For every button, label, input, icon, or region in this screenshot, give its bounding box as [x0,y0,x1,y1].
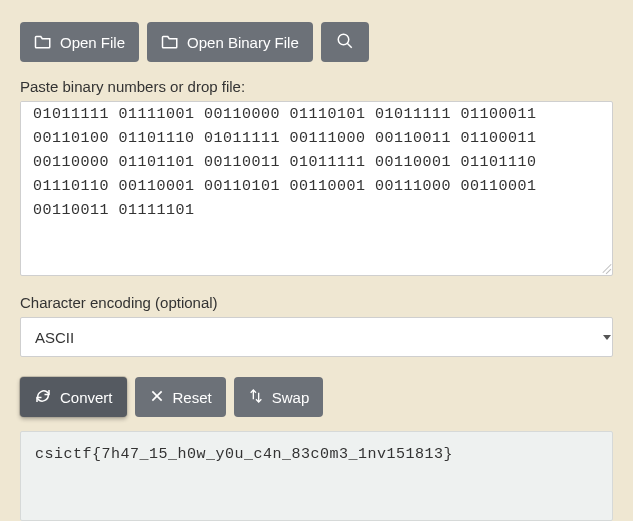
open-binary-file-button[interactable]: Open Binary File [147,22,313,62]
convert-label: Convert [60,389,113,406]
output-box: csictf{7h47_15_h0w_y0u_c4n_83c0m3_1nv151… [20,431,613,521]
open-file-label: Open File [60,34,125,51]
open-file-button[interactable]: Open File [20,22,139,62]
encoding-label: Character encoding (optional) [20,294,613,311]
open-binary-label: Open Binary File [187,34,299,51]
search-button[interactable] [321,22,369,62]
refresh-icon [34,387,52,408]
search-icon [336,32,354,53]
swap-button[interactable]: Swap [234,377,324,417]
binary-input-container [20,101,613,276]
binary-input[interactable] [21,101,600,233]
input-label: Paste binary numbers or drop file: [20,78,613,95]
close-icon [149,388,165,407]
svg-point-0 [338,34,349,45]
convert-button[interactable]: Convert [20,377,127,417]
folder-icon [161,33,179,52]
output-text: csictf{7h47_15_h0w_y0u_c4n_83c0m3_1nv151… [35,446,453,463]
encoding-select[interactable]: ASCII [20,317,613,357]
toolbar: Open File Open Binary File [20,0,613,78]
chevron-down-icon [602,318,612,356]
reset-button[interactable]: Reset [135,377,226,417]
action-row: Convert Reset Swap [20,377,613,417]
encoding-value: ASCII [21,329,88,346]
swap-icon [248,387,264,408]
resize-handle-icon [599,262,611,274]
svg-line-1 [347,43,352,48]
swap-label: Swap [272,389,310,406]
svg-marker-2 [603,335,611,340]
folder-icon [34,33,52,52]
reset-label: Reset [173,389,212,406]
